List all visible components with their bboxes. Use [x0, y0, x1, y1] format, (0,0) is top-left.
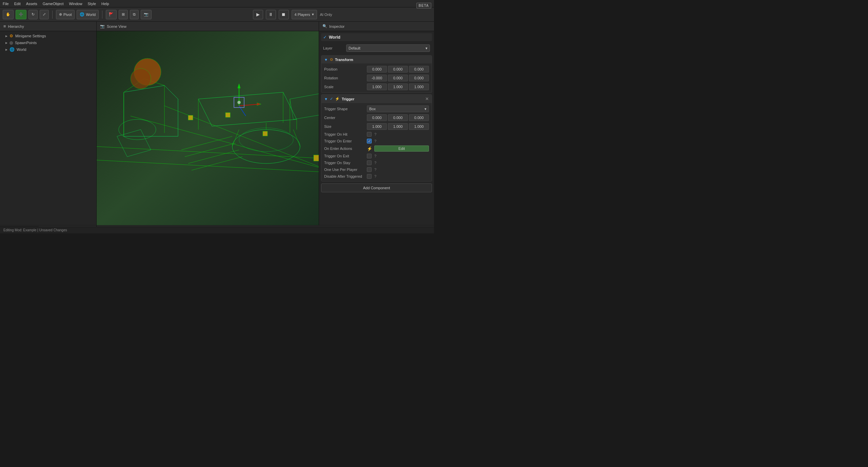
trigger-on-enter-checkbox[interactable]: ✓	[367, 139, 372, 143]
flag-button[interactable]: 🚩	[106, 10, 117, 19]
trigger-on-stay-row: Trigger On Stay ?	[323, 159, 430, 166]
hier-item-minigame[interactable]: ▶ ⚙ Minigame Settings	[0, 33, 96, 39]
menu-gameobject[interactable]: GameObject	[43, 2, 64, 6]
rotation-y[interactable]: 0.000	[388, 75, 408, 81]
trigger-close-icon[interactable]: ✕	[425, 96, 429, 101]
svg-point-40	[237, 101, 241, 104]
pivot-label: Pivot	[63, 13, 72, 17]
svg-point-27	[131, 69, 151, 89]
center-y[interactable]: 0.000	[388, 114, 408, 121]
hier-item-world[interactable]: ▶ 🌐 World	[0, 46, 96, 53]
help-enter-icon[interactable]: ?	[374, 139, 376, 143]
trigger-body: Trigger Shape Box ▾ Center 0.000 0.000 0…	[321, 103, 432, 181]
rotation-row: Rotation -0.000 0.000 0.000	[323, 74, 430, 82]
stop-button[interactable]: ⏹	[279, 10, 289, 19]
hier-item-spawnpoints[interactable]: ▶ ◎ SpawnPoints	[0, 39, 96, 46]
help-disable-icon[interactable]: ?	[374, 174, 376, 178]
lightning-icon: ⚡	[335, 97, 340, 101]
size-x[interactable]: 1.000	[367, 123, 387, 130]
ai-only-label: AI Only	[320, 13, 332, 17]
menu-style[interactable]: Style	[88, 2, 96, 6]
inspector-panel: 🔍 Inspector ✓ World Layer Default ▾ ▼	[319, 22, 434, 225]
size-row: Size 1.000 1.000 1.000	[323, 122, 430, 131]
rotation-x[interactable]: -0.000	[367, 75, 387, 81]
center-x[interactable]: 0.000	[367, 114, 387, 121]
trigger-component: ▼ ✓ ⚡ Trigger ✕ Trigger Shape Box ▾	[321, 94, 432, 181]
menu-edit[interactable]: Edit	[14, 2, 21, 6]
position-z[interactable]: 0.000	[409, 66, 429, 73]
pivot-button[interactable]: ⊕ Pivot	[56, 10, 75, 19]
hierarchy-header: ≡ Hierarchy	[0, 22, 96, 31]
on-enter-actions-label: On Enter Actions	[324, 147, 365, 151]
transform-vis-icon: ⊙	[330, 57, 333, 62]
pause-button[interactable]: ⏸	[266, 10, 276, 19]
scene-canvas[interactable]	[97, 31, 319, 225]
trigger-on-enter-label: Trigger On Enter	[324, 139, 365, 143]
transform-title: Transform	[335, 58, 429, 62]
position-x[interactable]: 0.000	[367, 66, 387, 73]
players-select[interactable]: 4 Players ▾	[292, 10, 317, 19]
menu-window[interactable]: Window	[69, 2, 82, 6]
expand-button[interactable]: ⤢	[40, 10, 49, 19]
trigger-on-exit-checkbox[interactable]	[367, 154, 372, 158]
scale-y[interactable]: 1.000	[388, 83, 408, 90]
rotation-z[interactable]: 0.000	[409, 75, 429, 81]
edit-button[interactable]: Edit	[374, 145, 429, 152]
layer-value: Default	[349, 46, 360, 50]
add-component-button[interactable]: Add Component	[321, 183, 432, 192]
layers-button[interactable]: ⧉	[130, 10, 139, 19]
play-button[interactable]: ▶	[253, 10, 263, 19]
menu-help[interactable]: Help	[101, 2, 109, 6]
trigger-on-stay-checkbox[interactable]	[367, 160, 372, 165]
trigger-on-exit-label: Trigger On Exit	[324, 154, 365, 158]
menu-file[interactable]: File	[3, 2, 9, 6]
scale-z[interactable]: 1.000	[409, 83, 429, 90]
center-row: Center 0.000 0.000 0.000	[323, 113, 430, 122]
trigger-shape-select[interactable]: Box ▾	[367, 105, 429, 112]
size-inputs: 1.000 1.000 1.000	[367, 123, 429, 130]
help-exit-icon[interactable]: ?	[374, 154, 376, 158]
disable-after-row: Disable After Triggered ?	[323, 173, 430, 180]
search-inspector-icon: 🔍	[322, 24, 327, 28]
add-tool-button[interactable]: ➕	[16, 10, 26, 19]
layer-chevron-icon: ▾	[426, 46, 428, 51]
tri-world: ▶	[5, 48, 7, 51]
center-z[interactable]: 0.000	[409, 114, 429, 121]
size-z[interactable]: 1.000	[409, 123, 429, 130]
trigger-on-enter-row: Trigger On Enter ✓ ?	[323, 138, 430, 144]
trigger-title: Trigger	[342, 97, 423, 101]
transform-component: ▼ ⊙ Transform Position 0.000 0.000 0.000	[321, 55, 432, 93]
trigger-shape-label: Trigger Shape	[324, 107, 365, 111]
world-button[interactable]: 🌐 World	[77, 10, 99, 19]
disable-after-checkbox[interactable]	[367, 174, 372, 179]
hand-tool-button[interactable]: ✋	[3, 10, 14, 19]
help-hit-icon[interactable]: ?	[374, 132, 376, 136]
tri-minigame: ▶	[5, 35, 7, 38]
position-y[interactable]: 0.000	[388, 66, 408, 73]
transform-header[interactable]: ▼ ⊙ Transform	[321, 56, 432, 63]
trigger-header[interactable]: ▼ ✓ ⚡ Trigger ✕	[321, 95, 432, 103]
trigger-on-hit-checkbox[interactable]	[367, 132, 372, 137]
help-stay-icon[interactable]: ?	[374, 161, 376, 165]
trigger-on-hit-label: Trigger On Hit	[324, 132, 365, 136]
scene-title: Scene View	[107, 24, 126, 28]
size-label: Size	[324, 124, 365, 129]
one-use-checkbox[interactable]	[367, 167, 372, 172]
camera-icon: 📷	[144, 12, 149, 17]
obj-check-icon[interactable]: ✓	[323, 35, 327, 40]
disable-after-label: Disable After Triggered	[324, 174, 365, 178]
size-y[interactable]: 1.000	[388, 123, 408, 130]
help-one-use-icon[interactable]: ?	[374, 168, 376, 172]
camera-button[interactable]: 📷	[141, 10, 152, 19]
layer-label: Layer	[323, 46, 343, 50]
refresh-button[interactable]: ↻	[28, 10, 38, 19]
trigger-shape-chevron-icon: ▾	[425, 107, 427, 111]
grid-button[interactable]: ⊞	[119, 10, 128, 19]
scale-label: Scale	[324, 85, 365, 89]
beta-badge: BETA	[416, 3, 431, 8]
layer-select[interactable]: Default ▾	[346, 44, 430, 52]
spawn-icon: ◎	[9, 40, 13, 45]
menu-assets[interactable]: Assets	[26, 2, 37, 6]
scale-x[interactable]: 1.000	[367, 83, 387, 90]
refresh-icon: ↻	[32, 12, 35, 17]
